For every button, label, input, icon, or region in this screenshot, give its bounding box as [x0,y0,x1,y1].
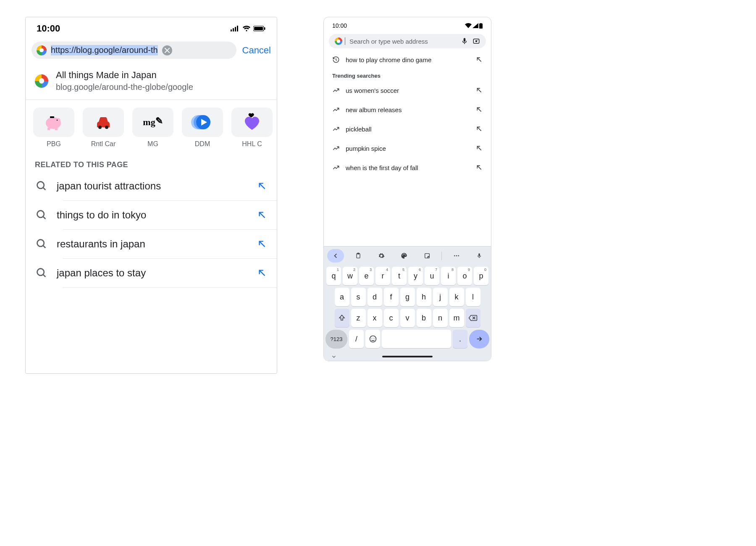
shortcut-label: Rntl Car [83,140,124,148]
suggestion-text: japan tourist attractions [57,180,257,192]
key-r[interactable]: r4 [375,267,390,285]
suggestion-row[interactable]: japan places to stay [26,259,277,287]
recent-search-row[interactable]: how to play chrome dino game [324,51,491,68]
car-icon [83,108,124,137]
trending-list: us women's soccer new album releases pic… [324,81,491,177]
insert-arrow-icon[interactable] [476,56,483,63]
android-chrome-search-screen: 10:00 Search or type web address how to … [323,17,491,361]
trending-icon [332,144,340,152]
clipboard-button[interactable] [350,249,367,262]
shift-key[interactable] [335,309,349,327]
keyboard-footer [324,353,491,361]
more-button[interactable] [448,249,465,262]
key-s[interactable]: s [351,288,366,306]
key-m[interactable]: m [449,309,464,327]
key-p[interactable]: p0 [474,267,488,285]
ios-status-icons [231,26,266,32]
slash-key[interactable]: / [349,330,364,348]
emoji-key[interactable] [365,330,380,348]
insert-arrow-icon[interactable] [476,145,483,152]
mic-icon[interactable] [461,37,468,45]
insert-arrow-icon[interactable] [257,181,267,191]
cancel-button[interactable]: Cancel [242,45,271,56]
insert-arrow-icon[interactable] [476,126,483,132]
key-e[interactable]: e3 [359,267,374,285]
key-d[interactable]: d [368,288,382,306]
key-h[interactable]: h [417,288,431,306]
key-a[interactable]: a [335,288,349,306]
key-n[interactable]: n [433,309,448,327]
address-input[interactable]: https://blog.google/around-th [51,45,158,55]
trending-row[interactable]: us women's soccer [324,81,491,100]
mic-icon [476,252,482,259]
insert-arrow-icon[interactable] [476,87,483,94]
enter-key[interactable] [469,330,489,348]
key-o[interactable]: o9 [457,267,472,285]
trending-icon [332,106,340,113]
trending-row[interactable]: pickleball [324,119,491,139]
address-bar[interactable]: https://blog.google/around-th [32,42,236,59]
insert-arrow-icon[interactable] [476,106,483,113]
key-f[interactable]: f [384,288,399,306]
svg-point-31 [456,255,457,257]
top-suggestion[interactable]: All things Made in Japan blog.google/aro… [26,64,277,100]
svg-rect-1 [233,28,234,32]
key-q[interactable]: q1 [326,267,341,285]
chevron-left-icon [333,253,339,259]
gboard-keyboard: q1w2e3r4t5y6u7i8o9p0 asdfghjkl zxcvbnm ?… [324,246,491,361]
palette-icon [401,252,407,259]
nav-home-pill[interactable] [382,356,433,357]
insert-arrow-icon[interactable] [257,210,267,220]
trending-row[interactable]: when is the first day of fall [324,158,491,177]
lens-icon[interactable] [472,37,480,45]
shortcut-ddm[interactable]: DDM [182,108,223,148]
trending-row[interactable]: new album releases [324,100,491,119]
key-u[interactable]: u7 [425,267,439,285]
search-bar[interactable]: Search or type web address [329,34,486,48]
suggestion-row[interactable]: japan tourist attractions [26,172,277,200]
shortcut-label: HHL C [231,140,273,148]
backspace-key[interactable] [466,309,480,327]
key-t[interactable]: t5 [392,267,407,285]
key-j[interactable]: j [433,288,448,306]
key-c[interactable]: c [384,309,399,327]
key-y[interactable]: y6 [408,267,423,285]
key-w[interactable]: w2 [343,267,357,285]
insert-arrow-icon[interactable] [257,239,267,249]
key-l[interactable]: l [466,288,480,306]
suggestion-row[interactable]: things to do in tokyo [26,201,277,229]
key-z[interactable]: z [351,309,366,327]
trending-icon [332,125,340,133]
key-x[interactable]: x [368,309,382,327]
svg-rect-23 [480,23,482,24]
chevron-down-icon[interactable] [331,354,337,359]
sticker-button[interactable] [419,249,436,262]
shortcut-pbg[interactable]: PBG [33,108,74,148]
clear-url-button[interactable] [162,45,172,55]
suggestion-row[interactable]: restaurants in japan [26,230,277,258]
key-i[interactable]: i8 [441,267,456,285]
settings-button[interactable] [373,249,390,262]
android-status-icons [465,23,483,29]
key-b[interactable]: b [417,309,431,327]
google-favicon [35,74,48,88]
voice-input-button[interactable] [471,249,488,262]
key-g[interactable]: g [400,288,415,306]
keyboard-back-button[interactable] [327,249,344,262]
insert-arrow-icon[interactable] [257,268,267,278]
theme-button[interactable] [396,249,412,262]
trending-row[interactable]: pumpkin spice [324,139,491,158]
trending-text: new album releases [346,106,476,113]
period-key[interactable]: . [453,330,467,348]
shortcut-hhl[interactable]: HHL C [231,108,273,148]
emoji-icon [369,335,377,343]
related-header: RELATED TO THIS PAGE [26,152,277,172]
shortcut-rental-car[interactable]: Rntl Car [83,108,124,148]
insert-arrow-icon[interactable] [476,164,483,171]
key-v[interactable]: v [400,309,415,327]
trending-text: us women's soccer [346,87,476,94]
symbols-key[interactable]: ?123 [326,330,347,348]
shortcut-mg[interactable]: mg✎ MG [132,108,173,148]
space-key[interactable] [382,330,451,348]
key-k[interactable]: k [449,288,464,306]
